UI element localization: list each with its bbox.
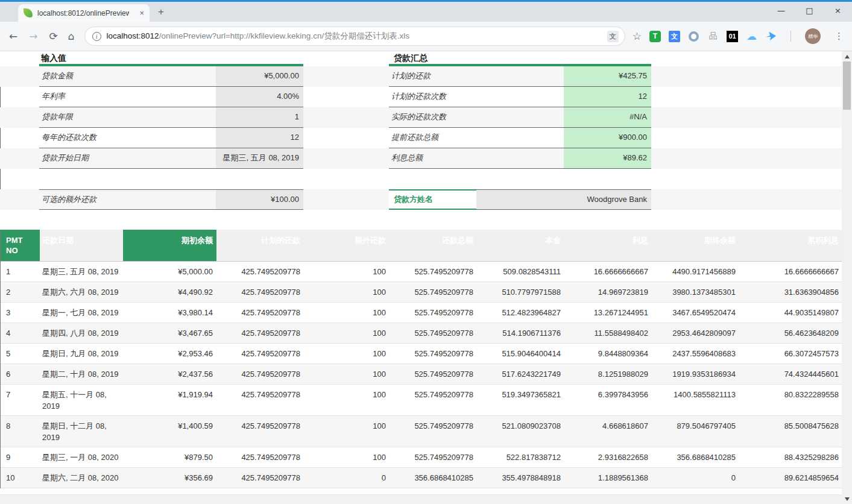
- horizontal-scrollbar[interactable]: [0, 494, 842, 504]
- table-cell: 星期一, 七月 08, 2019: [40, 303, 123, 323]
- scroll-down-arrow-icon[interactable]: [842, 494, 852, 504]
- table-header-row: PMT NO还款日期期初余额计划的还款额外还款还款总额本金利息期终余额累积利息: [1, 230, 842, 262]
- table-header-cell: 还款日期: [40, 230, 123, 261]
- table-cell: 425.7495209778: [216, 323, 304, 344]
- table-cell: 10: [1, 468, 40, 488]
- tab-strip: localhost:8012/onlinePreview? × + — □ ×: [0, 2, 852, 22]
- browser-toolbar: ← → ⟳ ⌂ i localhost:8012/onlinePreview?u…: [0, 22, 852, 51]
- tampermonkey-extension-icon[interactable]: T: [649, 31, 661, 42]
- menu-dots-icon[interactable]: ⋮: [835, 31, 844, 42]
- swallow-extension-icon[interactable]: [765, 31, 777, 42]
- vertical-scrollbar-thumb[interactable]: [843, 61, 851, 110]
- input-label: 贷款开始日期: [39, 148, 216, 169]
- close-button[interactable]: ×: [824, 0, 852, 21]
- table-row: 5星期日, 九月 08, 2019¥2,953.46425.7495209778…: [1, 344, 842, 364]
- table-cell: 11.5588498402: [564, 323, 652, 344]
- table-cell: 2953.4642809097: [652, 323, 739, 344]
- table-cell: 4: [1, 323, 40, 344]
- table-cell: 星期三, 五月 08, 2019: [40, 262, 123, 282]
- input-value: 星期三, 五月 08, 2019: [216, 148, 303, 169]
- lender-name-label: 贷款方姓名: [389, 189, 476, 210]
- table-cell: 425.7495209778: [216, 364, 304, 385]
- sheet-row: 贷款年限 1 实际的还款次数 #N/A: [0, 107, 842, 128]
- table-cell: 星期日, 十二月 08, 2019: [40, 416, 123, 447]
- table-cell: 2.9316822658: [564, 447, 652, 468]
- tab-title: localhost:8012/onlinePreview?: [37, 9, 129, 17]
- table-cell: 525.7495209778: [390, 303, 477, 323]
- minimize-button[interactable]: —: [767, 0, 795, 21]
- vertical-scrollbar[interactable]: [842, 51, 852, 504]
- table-cell: 3980.1373485301: [652, 282, 739, 303]
- tab-close-icon[interactable]: ×: [139, 9, 144, 17]
- table-cell: 521.0809023708: [477, 416, 564, 447]
- kkfileview-leaf-favicon: [24, 8, 33, 17]
- input-value: 4.00%: [216, 87, 303, 107]
- translate-extension-icon[interactable]: 文: [669, 31, 680, 42]
- table-cell: 5: [1, 344, 40, 364]
- table-cell: 16.6666666667: [739, 262, 842, 282]
- summary-value: ¥900.00: [564, 128, 651, 148]
- table-header-cell: PMT NO: [1, 230, 40, 261]
- loop-extension-icon[interactable]: [689, 31, 699, 42]
- table-cell: 8.1251988029: [564, 364, 652, 385]
- table-cell: 100: [304, 416, 390, 447]
- table-cell: 66.3072457573: [739, 344, 842, 364]
- input-label: 每年的还款次数: [39, 128, 216, 148]
- table-cell: 425.7495209778: [216, 468, 304, 488]
- input-section-title: 输入值: [41, 53, 66, 64]
- back-icon[interactable]: ←: [9, 30, 17, 42]
- forward-icon[interactable]: →: [29, 30, 37, 42]
- table-cell: 74.4324445601: [739, 364, 842, 385]
- input-label: 年利率: [39, 87, 216, 107]
- badge-01-extension-icon[interactable]: 01: [727, 31, 738, 42]
- summary-value: ¥89.62: [564, 148, 651, 169]
- maximize-button[interactable]: □: [795, 0, 824, 21]
- profile-avatar[interactable]: 精华: [805, 28, 821, 44]
- input-value: ¥5,000.00: [216, 66, 303, 87]
- table-header-cell: 累积利息: [739, 230, 842, 261]
- table-cell: 525.7495209778: [390, 344, 477, 364]
- page-content: 输入值 贷款汇总 贷款金额 ¥5,000.00 计划的还款 ¥425.75 年利…: [0, 51, 852, 504]
- table-cell: 44.9035149807: [739, 303, 842, 323]
- table-cell: 3: [1, 303, 40, 323]
- sitemap-extension-icon[interactable]: 品: [707, 31, 719, 42]
- table-cell: 514.1906711376: [477, 323, 564, 344]
- table-cell: 100: [304, 282, 390, 303]
- sheet-row: 贷款开始日期 星期三, 五月 08, 2019 利息总额 ¥89.62: [0, 148, 842, 169]
- summary-label: 提前还款总额: [389, 128, 564, 148]
- table-cell: 7: [1, 385, 40, 416]
- toolbar-right-icons: ☆ T 文 品 01 ☁ 精华 ⋮: [633, 28, 852, 44]
- bookmark-star-icon[interactable]: ☆: [633, 30, 642, 42]
- url-host: localhost:8012: [107, 31, 159, 40]
- page-translate-icon[interactable]: 文: [607, 31, 619, 42]
- new-tab-button[interactable]: +: [158, 6, 164, 18]
- table-cell: 星期五, 十一月 08, 2019: [40, 385, 123, 416]
- table-cell: 100: [304, 323, 390, 344]
- table-cell: 16.6666666667: [564, 262, 652, 282]
- table-cell: 425.7495209778: [216, 262, 304, 282]
- table-cell: 356.6868410285: [390, 468, 477, 488]
- summary-value: 12: [564, 87, 651, 107]
- table-cell: 100: [304, 262, 390, 282]
- cloud-extension-icon[interactable]: ☁: [746, 31, 757, 42]
- table-cell: 525.7495209778: [390, 323, 477, 344]
- address-bar[interactable]: i localhost:8012/onlinePreview?url=http:…: [84, 27, 625, 46]
- extra-payment-label: 可选的额外还款: [39, 189, 216, 210]
- table-cell: 31.6363904856: [739, 282, 842, 303]
- table-cell: 425.7495209778: [216, 416, 304, 447]
- table-cell: 6: [1, 364, 40, 385]
- browser-window: localhost:8012/onlinePreview? × + — □ × …: [0, 0, 852, 504]
- table-row: 2星期六, 六月 08, 2019¥4,490.92425.7495209778…: [1, 282, 842, 303]
- table-cell: 9.8448809364: [564, 344, 652, 364]
- toolbar-divider: [790, 31, 791, 42]
- table-cell: ¥5,000.00: [123, 262, 216, 282]
- home-icon[interactable]: ⌂: [68, 30, 75, 42]
- input-value: 12: [216, 128, 303, 148]
- swallow-shape: [766, 32, 776, 41]
- table-cell: 星期四, 八月 08, 2019: [40, 323, 123, 344]
- table-cell: 1919.9353186934: [652, 364, 739, 385]
- scroll-up-arrow-icon[interactable]: [842, 51, 852, 61]
- site-info-icon[interactable]: i: [92, 32, 101, 41]
- browser-tab[interactable]: localhost:8012/onlinePreview? ×: [18, 4, 150, 22]
- reload-icon[interactable]: ⟳: [49, 30, 58, 42]
